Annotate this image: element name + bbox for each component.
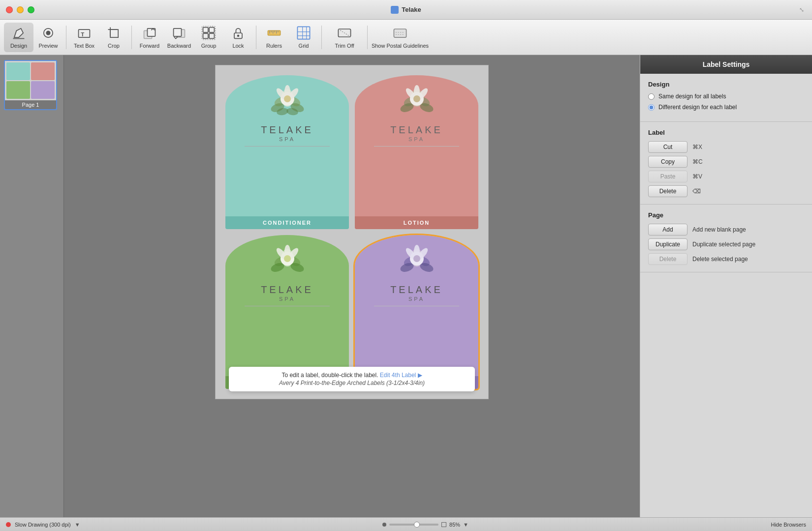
label-divider-3 <box>245 306 330 306</box>
delete-shortcut: ⌫ <box>692 188 701 195</box>
label-brand-4: TELAKE <box>390 284 443 295</box>
sep-4 <box>321 26 322 49</box>
preview-label: Preview <box>38 43 58 49</box>
delete-page-desc: Delete selected page <box>692 256 748 263</box>
preview-button[interactable]: Preview <box>33 23 63 52</box>
diff-design-row: Different design for each label <box>648 104 804 111</box>
mini-label-2 <box>31 62 55 80</box>
crop-button[interactable]: Crop <box>99 23 128 52</box>
canvas-wrapper: TELAKE SPA CONDITIONER <box>215 65 489 399</box>
page-thumb-1[interactable]: Page 1 <box>4 60 57 110</box>
view-group: Rulers Grid <box>259 20 318 55</box>
page-thumb-label-1: Page 1 <box>5 100 56 109</box>
app-title: Telake <box>391 6 421 14</box>
label-sub-3: SPA <box>279 296 295 302</box>
group-button[interactable]: Group <box>194 23 223 52</box>
edit-link[interactable]: Edit 4th Label <box>380 372 416 379</box>
delete-button[interactable]: Delete <box>648 185 687 197</box>
status-left: Slow Drawing (300 dpi) ▼ <box>6 522 80 528</box>
same-design-radio[interactable] <box>648 93 655 100</box>
right-panel: Label Settings Design Same design for al… <box>640 55 812 517</box>
zoom-max-icon <box>441 522 446 527</box>
canvas-area[interactable]: TELAKE SPA CONDITIONER <box>64 55 640 517</box>
diff-design-label[interactable]: Different design for each label <box>658 104 737 111</box>
label-section-title: Label <box>648 129 804 136</box>
trim-button[interactable]: Trim Off <box>325 23 364 52</box>
preview-icon <box>40 25 56 41</box>
label-card-3[interactable]: TELAKE SPA SHAMPOO <box>225 235 349 389</box>
label-card-1[interactable]: TELAKE SPA CONDITIONER <box>225 75 349 229</box>
backward-button[interactable]: Backward <box>164 23 194 52</box>
minimize-btn[interactable] <box>17 6 24 13</box>
forward-button[interactable]: Forward <box>135 23 164 52</box>
mode-group: Design Preview <box>4 20 63 55</box>
same-design-label[interactable]: Same design for all labels <box>658 93 726 100</box>
drawing-mode-text: Slow Drawing (300 dpi) <box>15 522 71 528</box>
svg-rect-12 <box>203 27 208 32</box>
arrange-group: Forward Backward <box>135 20 253 55</box>
mini-labels-grid <box>5 61 56 100</box>
maximize-btn[interactable] <box>28 6 34 13</box>
label-card-2[interactable]: TELAKE SPA LOTION <box>355 75 478 229</box>
postal-group: Show Postal Guidelines <box>371 20 430 55</box>
canvas-sheet: TELAKE SPA CONDITIONER <box>215 65 489 399</box>
svg-rect-13 <box>209 27 214 32</box>
textbox-button[interactable]: T Text Box <box>69 23 99 52</box>
duplicate-page-button[interactable]: Duplicate <box>648 238 687 250</box>
copy-button[interactable]: Copy <box>648 156 687 168</box>
svg-rect-14 <box>203 33 208 38</box>
duplicate-page-desc: Duplicate selected page <box>692 241 755 248</box>
resize-icon: ⤡ <box>799 6 806 13</box>
cut-button[interactable]: Cut <box>648 141 687 153</box>
close-btn[interactable] <box>6 6 13 13</box>
hint-text: To edit a label, double-click the label. <box>281 372 378 379</box>
svg-point-67 <box>284 255 291 262</box>
trim-icon <box>337 25 352 41</box>
postal-icon <box>392 25 408 41</box>
label-sub-2: SPA <box>408 136 425 142</box>
pages-panel: Page 1 <box>0 55 64 517</box>
crop-label: Crop <box>108 43 120 49</box>
design-section-title: Design <box>648 81 804 88</box>
backward-icon <box>171 25 187 41</box>
paste-button[interactable]: Paste <box>648 171 687 182</box>
page-ops-grid: Add Add new blank page Duplicate Duplica… <box>648 224 804 265</box>
delete-page-button[interactable]: Delete <box>648 253 687 265</box>
sep-1 <box>66 26 66 49</box>
zoom-arrow: ▼ <box>463 522 468 528</box>
zoom-text: 85% <box>449 522 460 528</box>
svg-point-47 <box>284 95 291 102</box>
title-bar: Telake ⤡ <box>0 0 812 20</box>
forward-icon <box>142 25 157 41</box>
label-sub-1: SPA <box>279 136 295 142</box>
label-divider-4 <box>374 306 459 306</box>
zoom-control[interactable]: 85% ▼ <box>382 522 468 528</box>
grid-icon <box>296 25 312 41</box>
page-section-title: Page <box>648 211 804 219</box>
mini-label-4 <box>31 81 55 99</box>
delete-page-row: Delete Delete selected page <box>648 253 804 265</box>
status-arrow: ▼ <box>75 522 80 528</box>
lock-button[interactable]: Lock <box>223 23 253 52</box>
svg-point-77 <box>413 255 420 262</box>
zoom-slider[interactable] <box>389 524 438 526</box>
design-section: Design Same design for all labels Differ… <box>640 74 812 122</box>
label-card-4[interactable]: TELAKE SPA BODY WASH <box>355 235 478 389</box>
design-button[interactable]: Design <box>4 23 33 52</box>
grid-button[interactable]: Grid <box>289 23 318 52</box>
postal-button[interactable]: Show Postal Guidelines <box>371 23 430 52</box>
label-divider-2 <box>374 146 459 147</box>
label-footer-2: LOTION <box>355 216 478 229</box>
rulers-button[interactable]: Rulers <box>259 23 289 52</box>
add-page-button[interactable]: Add <box>648 224 687 236</box>
diff-design-radio[interactable] <box>648 104 655 111</box>
hide-browsers-button[interactable]: Hide Browsers <box>771 522 806 528</box>
toolbar: Design Preview T Text Box <box>0 20 812 55</box>
same-design-row: Same design for all labels <box>648 93 804 100</box>
svg-rect-15 <box>209 33 214 38</box>
status-dot <box>6 522 11 527</box>
rulers-label: Rulers <box>266 43 282 49</box>
label-section: Label Cut ⌘X Copy ⌘C Paste ⌘V Delete ⌫ <box>640 122 812 205</box>
window-controls <box>6 6 34 13</box>
lock-icon <box>230 25 246 41</box>
